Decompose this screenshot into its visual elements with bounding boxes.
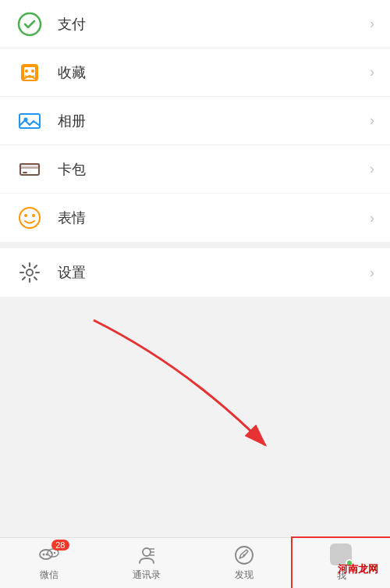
- svg-point-11: [32, 214, 35, 217]
- menu-item-payment[interactable]: 支付 ›: [0, 0, 390, 48]
- svg-rect-8: [23, 172, 27, 173]
- payment-icon: [16, 10, 44, 38]
- wechat-icon: 28: [38, 544, 60, 566]
- svg-point-19: [53, 552, 55, 554]
- settings-label: 设置: [58, 263, 370, 282]
- wechat-badge: 28: [51, 540, 69, 551]
- tab-wechat[interactable]: 28 微信: [0, 538, 98, 588]
- svg-rect-4: [20, 114, 40, 128]
- watermark: 河南龙网: [338, 562, 378, 576]
- menu-section-settings: 设置 ›: [0, 248, 390, 297]
- svg-point-15: [42, 554, 44, 556]
- contacts-tab-label: 通讯录: [133, 568, 161, 582]
- photos-icon: [16, 107, 44, 135]
- menu-item-favorites[interactable]: 收藏 ›: [0, 48, 390, 97]
- favorites-chevron: ›: [370, 64, 374, 80]
- gray-area: [0, 297, 390, 484]
- arrow-svg: [47, 305, 312, 469]
- tab-contacts[interactable]: 通讯录: [98, 538, 195, 588]
- settings-chevron: ›: [370, 265, 374, 281]
- svg-point-12: [27, 269, 33, 276]
- cards-icon: [16, 155, 44, 184]
- favorites-icon: [16, 59, 44, 87]
- cards-label: 卡包: [58, 160, 370, 179]
- favorites-label: 收藏: [58, 63, 370, 82]
- svg-point-26: [337, 548, 345, 556]
- svg-point-10: [24, 214, 27, 217]
- svg-point-20: [143, 548, 151, 556]
- tab-bar: 28 微信 通讯录 发现: [0, 537, 390, 588]
- svg-point-9: [20, 208, 40, 228]
- photos-chevron: ›: [370, 112, 374, 129]
- menu-item-cards[interactable]: 卡包 ›: [0, 145, 390, 194]
- payment-chevron: ›: [370, 16, 374, 32]
- menu-item-photos[interactable]: 相册 ›: [0, 97, 390, 145]
- settings-icon: [16, 258, 44, 287]
- svg-point-0: [19, 13, 41, 35]
- contacts-icon: [136, 544, 158, 566]
- menu-item-settings[interactable]: 设置 ›: [0, 248, 390, 297]
- svg-point-2: [25, 69, 28, 73]
- svg-point-18: [50, 552, 51, 554]
- tab-discover[interactable]: 发现: [195, 538, 292, 588]
- cards-chevron: ›: [370, 161, 374, 177]
- photos-label: 相册: [58, 112, 370, 130]
- emoji-icon: [16, 204, 44, 232]
- wechat-tab-label: 微信: [40, 568, 58, 582]
- menu-section-main: 支付 › 收藏 › 相册 ›: [0, 0, 390, 242]
- discover-tab-label: 发现: [235, 568, 254, 582]
- payment-label: 支付: [58, 15, 370, 34]
- svg-point-3: [31, 69, 34, 73]
- discover-icon: [233, 544, 255, 566]
- emoji-chevron: ›: [370, 210, 374, 226]
- svg-point-25: [243, 554, 245, 557]
- emoji-label: 表情: [58, 208, 370, 227]
- menu-item-emoji[interactable]: 表情 ›: [0, 194, 390, 242]
